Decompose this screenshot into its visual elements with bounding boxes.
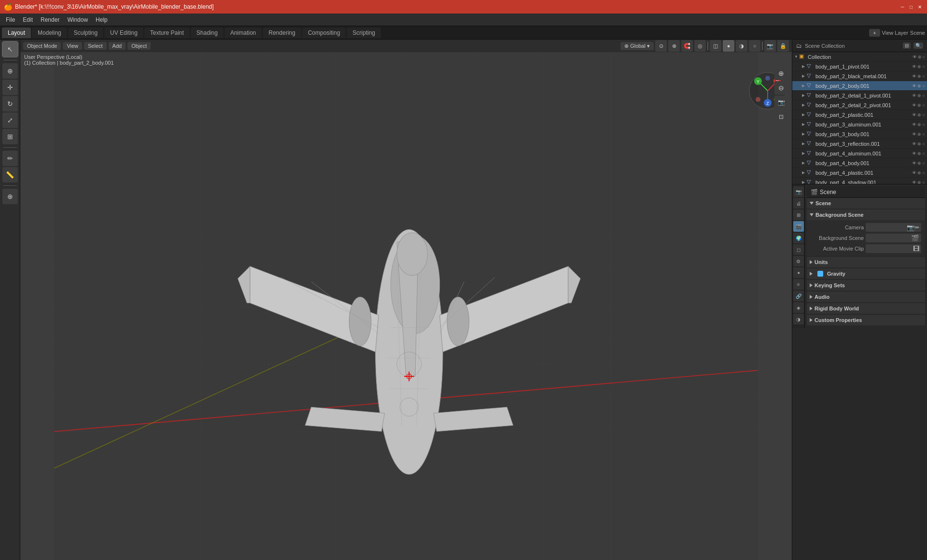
viewport-snap-toggle[interactable]: 🧲 bbox=[681, 40, 693, 52]
prop-icon-scene[interactable]: 🎬 bbox=[793, 221, 804, 232]
prop-section-keying: Keying Sets bbox=[807, 280, 925, 291]
tool-rotate[interactable]: ↻ bbox=[2, 96, 18, 112]
audio-label: Audio bbox=[815, 294, 829, 300]
tab-scripting[interactable]: Scripting bbox=[347, 28, 381, 38]
outliner-item-collection[interactable]: ▼ ▣ Collection 👁 ⊕ ○ bbox=[792, 52, 927, 62]
outliner-item-6[interactable]: ▶ ▽ body_part_3_aluminum.001 👁 ⊕ ○ bbox=[792, 120, 927, 129]
menu-window[interactable]: Window bbox=[63, 15, 92, 25]
outliner-item-0[interactable]: ▶ ▽ body_part_1_pivot.001 👁 ⊕ ○ bbox=[792, 62, 927, 71]
prop-icon-data[interactable]: ◈ bbox=[793, 302, 804, 313]
tab-animation[interactable]: Animation bbox=[225, 28, 262, 38]
viewport-lock-toggle[interactable]: 🔒 bbox=[777, 40, 789, 52]
tool-add[interactable]: ⊕ bbox=[2, 189, 18, 204]
menu-edit[interactable]: Edit bbox=[19, 15, 37, 25]
viewport-shading-wire[interactable]: ◫ bbox=[710, 40, 721, 52]
tool-select[interactable]: ↖ bbox=[2, 42, 18, 57]
prop-scene-name-header[interactable]: Scene bbox=[807, 198, 925, 209]
tool-scale[interactable]: ⤢ bbox=[2, 112, 18, 128]
prop-icon-particles[interactable]: ✦ bbox=[793, 267, 804, 278]
clip-pick-button[interactable]: 🎞 bbox=[913, 245, 919, 252]
scene-label-header: Scene bbox=[910, 30, 925, 36]
viewport-overlay-toggle[interactable]: ⊙ bbox=[655, 40, 667, 52]
tab-layout[interactable]: Layout bbox=[2, 28, 31, 38]
viewport-camera-view[interactable]: 📷 bbox=[774, 96, 788, 109]
viewport-view-button[interactable]: View bbox=[63, 42, 82, 50]
viewport-frame-all[interactable]: ⊡ bbox=[774, 110, 788, 124]
menu-render[interactable]: Render bbox=[37, 15, 63, 25]
prop-audio-header[interactable]: Audio bbox=[807, 292, 925, 302]
tool-move[interactable]: ✛ bbox=[2, 80, 18, 95]
maximize-button[interactable]: □ bbox=[908, 3, 914, 10]
prop-icon-output[interactable]: 🖨 bbox=[793, 198, 804, 209]
prop-background-header[interactable]: Background Scene bbox=[807, 210, 925, 220]
outliner-item-10[interactable]: ▶ ▽ body_part_4_body.001 👁 ⊕ ○ bbox=[792, 158, 927, 168]
prop-section-custom-props: Custom Properties bbox=[807, 315, 925, 325]
menu-help[interactable]: Help bbox=[92, 15, 112, 25]
camera-pick-button[interactable]: 📷 bbox=[907, 224, 915, 231]
gravity-checkbox[interactable] bbox=[817, 271, 823, 277]
tool-measure[interactable]: 📏 bbox=[2, 167, 18, 182]
outliner-item-1[interactable]: ▶ ▽ body_part_2_black_metal.001 👁 ⊕ ○ bbox=[792, 71, 927, 81]
prop-units-header[interactable]: Units bbox=[807, 257, 925, 267]
prop-icon-material[interactable]: ◑ bbox=[793, 314, 804, 324]
tool-annotate[interactable]: ✏ bbox=[2, 151, 18, 166]
outliner-item-11[interactable]: ▶ ▽ body_part_4_plastic.001 👁 ⊕ ○ bbox=[792, 168, 927, 178]
outliner-item-2[interactable]: ▶ ▽ body_part_2_body.001 👁 ⊕ ○ bbox=[792, 81, 927, 91]
viewport-shading-material[interactable]: ◑ bbox=[736, 40, 747, 52]
toolbar-separator-3 bbox=[3, 185, 17, 186]
tab-uv-editing[interactable]: UV Editing bbox=[104, 28, 143, 38]
prop-custom-props-header[interactable]: Custom Properties bbox=[807, 315, 925, 325]
outliner-item-12[interactable]: ▶ ▽ body_part_4_shadow.001 👁 ⊕ ○ bbox=[792, 178, 927, 184]
outliner-item-5[interactable]: ▶ ▽ body_part_2_plastic.001 👁 ⊕ ○ bbox=[792, 110, 927, 120]
tab-texture-paint[interactable]: Texture Paint bbox=[144, 28, 190, 38]
prop-rigid-body-header[interactable]: Rigid Body World bbox=[807, 303, 925, 314]
tab-rendering[interactable]: Rendering bbox=[263, 28, 301, 38]
menu-file[interactable]: File bbox=[2, 15, 19, 25]
minimize-button[interactable]: ─ bbox=[899, 3, 906, 10]
outliner-item-4[interactable]: ▶ ▽ body_part_2_detail_2_pivot.001 👁 ⊕ ○ bbox=[792, 100, 927, 110]
outliner-item-9[interactable]: ▶ ▽ body_part_4_aluminum.001 👁 ⊕ ○ bbox=[792, 149, 927, 158]
viewport-canvas[interactable]: X Y Z ⊕ ⊖ 📷 ⊡ bbox=[20, 52, 792, 560]
prop-icon-world[interactable]: 🌍 bbox=[793, 233, 804, 243]
bg-scene-pick-button[interactable]: 🎬 bbox=[911, 235, 919, 242]
viewport-select-button[interactable]: Select bbox=[84, 42, 107, 50]
outliner-item-3[interactable]: ▶ ▽ body_part_2_detail_1_pivot.001 👁 ⊕ ○ bbox=[792, 91, 927, 100]
viewport-object-button[interactable]: Object bbox=[127, 42, 151, 50]
tab-compositing[interactable]: Compositing bbox=[302, 28, 346, 38]
camera-edit-button[interactable]: ✏ bbox=[915, 224, 919, 231]
viewport-add-button[interactable]: Add bbox=[109, 42, 126, 50]
viewport-proportional-toggle[interactable]: ◎ bbox=[694, 40, 706, 52]
prop-icon-modifier[interactable]: ⚙ bbox=[793, 256, 804, 266]
tab-shading[interactable]: Shading bbox=[191, 28, 224, 38]
prop-icon-render[interactable]: 📷 bbox=[793, 186, 804, 197]
tab-sculpting[interactable]: Sculpting bbox=[68, 28, 103, 38]
prop-icon-physics[interactable]: ⚛ bbox=[793, 279, 804, 290]
keying-sets-label: Keying Sets bbox=[815, 282, 845, 288]
viewport-camera-toggle[interactable]: 📷 bbox=[764, 40, 776, 52]
viewport-zoom-out[interactable]: ⊖ bbox=[774, 81, 788, 95]
prop-icon-view-layer[interactable]: ⊞ bbox=[793, 210, 804, 220]
add-workspace-button[interactable]: + bbox=[869, 29, 880, 37]
prop-icon-constraints[interactable]: 🔗 bbox=[793, 291, 804, 301]
obj-icon-12: ▽ bbox=[807, 179, 815, 185]
viewport-global-button[interactable]: ⊕ Global ▾ bbox=[620, 42, 654, 50]
viewport-area[interactable]: Object Mode View Select Add Object ⊕ Glo… bbox=[20, 40, 792, 560]
viewport-shading-solid[interactable]: ● bbox=[723, 40, 734, 52]
viewport-shading-rendered[interactable]: ○ bbox=[749, 40, 760, 52]
outliner-search-button[interactable]: 🔍 bbox=[913, 42, 923, 49]
outliner-item-7[interactable]: ▶ ▽ body_part_3_body.001 👁 ⊕ ○ bbox=[792, 129, 927, 139]
prop-gravity-header[interactable]: Gravity bbox=[807, 268, 925, 279]
close-button[interactable]: ✕ bbox=[916, 3, 923, 10]
outliner-item-8[interactable]: ▶ ▽ body_part_3_reflection.001 👁 ⊕ ○ bbox=[792, 139, 927, 149]
tri-4: ▶ bbox=[802, 103, 807, 107]
tool-cursor[interactable]: ⊕ bbox=[2, 63, 18, 79]
viewport-gizmo-toggle[interactable]: ⊕ bbox=[668, 40, 680, 52]
viewport-zoom-in[interactable]: ⊕ bbox=[774, 67, 788, 80]
tool-transform[interactable]: ⊞ bbox=[2, 129, 18, 144]
prop-keying-header[interactable]: Keying Sets bbox=[807, 280, 925, 291]
viewport-mode-button[interactable]: Object Mode bbox=[23, 42, 61, 50]
prop-icon-object[interactable]: ◻ bbox=[793, 244, 804, 255]
outliner-filter-button[interactable]: ⊟ bbox=[903, 42, 911, 49]
tab-modeling[interactable]: Modeling bbox=[32, 28, 67, 38]
arrow-background bbox=[810, 213, 814, 216]
